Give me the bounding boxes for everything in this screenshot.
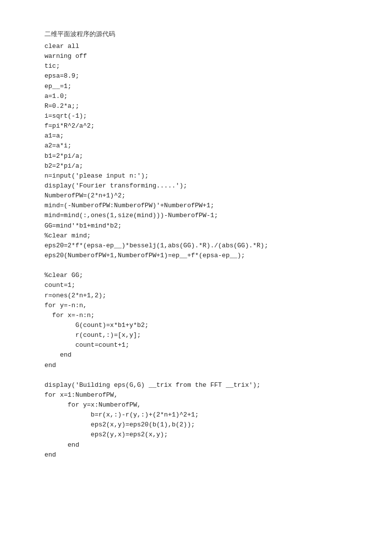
code-line: mind=mind(:,ones(1,size(mind)))-Numberof… (44, 211, 372, 221)
code-line: f=pi*R^2/a^2; (44, 121, 372, 131)
code-line: display('Fourier transforming.....'); (44, 181, 372, 191)
code-line: ep__=1; (44, 82, 372, 92)
code-line: a2=a*i; (44, 141, 372, 151)
code-line: end (44, 361, 372, 370)
code-line: b1=2*pi/a; (44, 151, 372, 161)
code-line: for y=-n:n, (44, 301, 372, 311)
code-line: b2=2*pi/a; (44, 161, 372, 171)
code-line: r(count,:)=[x,y]; (44, 330, 372, 340)
code-line: display('Building eps(G,G) __trix from t… (44, 380, 372, 390)
code-line: for y=x:NumberofPW, (44, 400, 372, 410)
code-line: count=count+1; (44, 340, 372, 350)
code-line: a1=a; (44, 131, 372, 141)
code-line: tic; (44, 61, 372, 71)
code-line: G(count)=x*b1+y*b2; (44, 321, 372, 330)
code-line: a=1.0; (44, 92, 372, 101)
code-line: NumberofPW=(2*n+1)^2; (44, 191, 372, 201)
code-line: eps2(y,x)=eps2(x,y); (44, 430, 372, 440)
code-line: mind=(-NumberofPW:NumberofPW)'+NumberofP… (44, 201, 372, 211)
code-block: clear allwarning offtic;epsa=8.9;ep__=1;… (44, 42, 372, 460)
code-line: R=0.2*a;; (44, 101, 372, 111)
code-line: %clear GG; (44, 271, 372, 280)
code-line: end (44, 440, 372, 450)
code-line: warning off (44, 51, 372, 61)
code-line: end (44, 350, 372, 360)
blank-line (44, 261, 372, 271)
page-title: 二维平面波程序的源代码 (44, 30, 372, 39)
code-line: n=input('please input n:'); (44, 171, 372, 181)
code-line: eps20(NumberofPW+1,NumberofPW+1)=ep__+f*… (44, 251, 372, 261)
code-line: eps20=2*f*(epsa-ep__)*besselj(1,abs(GG).… (44, 241, 372, 251)
code-line: %clear mind; (44, 231, 372, 241)
code-line: for x=-n:n; (44, 311, 372, 321)
code-line: GG=mind'*b1+mind*b2; (44, 221, 372, 231)
code-line: clear all (44, 42, 372, 51)
code-line: for x=1:NumberofPW, (44, 390, 372, 400)
blank-line (44, 370, 372, 380)
code-line: eps2(x,y)=eps20(b(1),b(2)); (44, 420, 372, 430)
code-line: i=sqrt(-1); (44, 111, 372, 121)
code-line: end (44, 450, 372, 460)
code-line: b=r(x,:)-r(y,:)+(2*n+1)^2+1; (44, 410, 372, 420)
code-line: count=1; (44, 280, 372, 290)
code-line: r=ones(2*n+1,2); (44, 291, 372, 301)
code-line: epsa=8.9; (44, 71, 372, 81)
